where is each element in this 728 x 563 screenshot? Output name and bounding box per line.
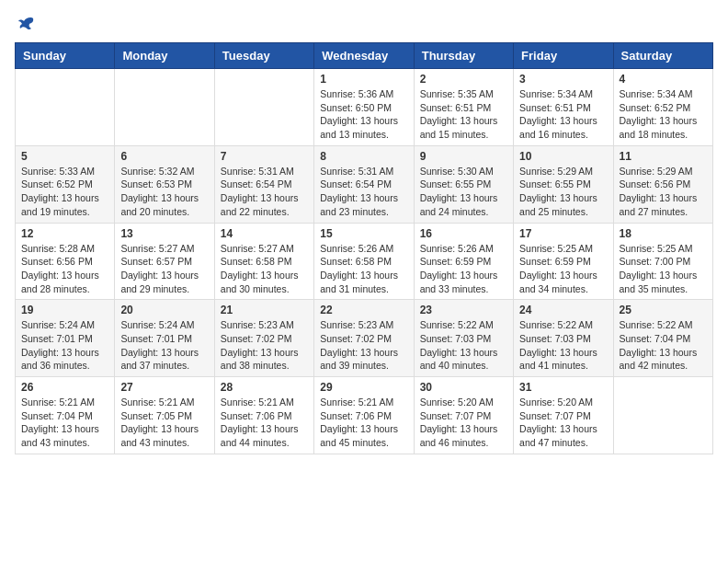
day-number: 6 <box>120 150 208 163</box>
calendar-cell: 16Sunrise: 5:26 AM Sunset: 6:59 PM Dayli… <box>414 223 513 300</box>
day-number: 3 <box>519 73 607 86</box>
day-number: 7 <box>221 150 308 163</box>
day-info: Sunrise: 5:30 AM Sunset: 6:55 PM Dayligh… <box>420 165 507 219</box>
calendar-cell: 25Sunrise: 5:22 AM Sunset: 7:04 PM Dayli… <box>613 300 712 377</box>
day-info: Sunrise: 5:21 AM Sunset: 7:05 PM Dayligh… <box>120 396 208 450</box>
week-row-1: 1Sunrise: 5:36 AM Sunset: 6:50 PM Daylig… <box>16 69 713 146</box>
day-info: Sunrise: 5:27 AM Sunset: 6:57 PM Dayligh… <box>120 242 208 296</box>
weekday-header-row: SundayMondayTuesdayWednesdayThursdayFrid… <box>16 43 713 69</box>
day-number: 2 <box>420 73 507 86</box>
day-number: 26 <box>21 381 108 394</box>
week-row-4: 19Sunrise: 5:24 AM Sunset: 7:01 PM Dayli… <box>16 300 713 377</box>
calendar-cell <box>115 69 214 146</box>
day-info: Sunrise: 5:35 AM Sunset: 6:51 PM Dayligh… <box>420 87 507 142</box>
calendar-cell: 5Sunrise: 5:33 AM Sunset: 6:52 PM Daylig… <box>16 145 115 223</box>
day-info: Sunrise: 5:21 AM Sunset: 7:06 PM Dayligh… <box>320 396 407 450</box>
day-number: 11 <box>620 150 707 163</box>
day-number: 21 <box>221 304 308 316</box>
day-number: 23 <box>420 304 507 316</box>
logo-bird-icon <box>17 15 37 35</box>
calendar-cell: 19Sunrise: 5:24 AM Sunset: 7:01 PM Dayli… <box>16 300 115 377</box>
weekday-tuesday: Tuesday <box>214 43 313 69</box>
day-info: Sunrise: 5:29 AM Sunset: 6:56 PM Dayligh… <box>620 165 707 219</box>
day-number: 20 <box>120 304 208 316</box>
day-info: Sunrise: 5:34 AM Sunset: 6:52 PM Dayligh… <box>620 87 707 142</box>
day-number: 18 <box>620 227 707 240</box>
calendar-cell: 15Sunrise: 5:26 AM Sunset: 6:58 PM Dayli… <box>314 223 414 300</box>
day-info: Sunrise: 5:25 AM Sunset: 7:00 PM Dayligh… <box>620 242 707 296</box>
calendar-cell: 10Sunrise: 5:29 AM Sunset: 6:55 PM Dayli… <box>514 145 613 223</box>
day-number: 22 <box>320 304 407 316</box>
week-row-5: 26Sunrise: 5:21 AM Sunset: 7:04 PM Dayli… <box>16 377 713 454</box>
calendar-cell: 7Sunrise: 5:31 AM Sunset: 6:54 PM Daylig… <box>214 145 313 223</box>
calendar-cell <box>613 377 712 454</box>
weekday-friday: Friday <box>514 43 613 69</box>
day-info: Sunrise: 5:22 AM Sunset: 7:03 PM Dayligh… <box>519 318 607 373</box>
logo <box>15 15 37 35</box>
calendar-cell: 23Sunrise: 5:22 AM Sunset: 7:03 PM Dayli… <box>414 300 513 377</box>
day-info: Sunrise: 5:22 AM Sunset: 7:04 PM Dayligh… <box>620 318 707 373</box>
calendar-cell: 11Sunrise: 5:29 AM Sunset: 6:56 PM Dayli… <box>613 145 712 223</box>
calendar-cell: 9Sunrise: 5:30 AM Sunset: 6:55 PM Daylig… <box>414 145 513 223</box>
day-number: 12 <box>21 227 108 240</box>
day-info: Sunrise: 5:20 AM Sunset: 7:07 PM Dayligh… <box>519 396 607 450</box>
calendar-cell: 20Sunrise: 5:24 AM Sunset: 7:01 PM Dayli… <box>115 300 214 377</box>
day-info: Sunrise: 5:36 AM Sunset: 6:50 PM Dayligh… <box>320 87 407 142</box>
day-info: Sunrise: 5:33 AM Sunset: 6:52 PM Dayligh… <box>21 165 108 219</box>
calendar-body: 1Sunrise: 5:36 AM Sunset: 6:50 PM Daylig… <box>16 69 713 454</box>
day-number: 16 <box>420 227 507 240</box>
day-info: Sunrise: 5:32 AM Sunset: 6:53 PM Dayligh… <box>120 165 208 219</box>
day-number: 24 <box>519 304 607 316</box>
day-info: Sunrise: 5:25 AM Sunset: 6:59 PM Dayligh… <box>519 242 607 296</box>
weekday-wednesday: Wednesday <box>314 43 414 69</box>
calendar-cell: 14Sunrise: 5:27 AM Sunset: 6:58 PM Dayli… <box>214 223 313 300</box>
day-number: 31 <box>519 381 607 394</box>
day-info: Sunrise: 5:31 AM Sunset: 6:54 PM Dayligh… <box>320 165 407 219</box>
calendar-cell: 17Sunrise: 5:25 AM Sunset: 6:59 PM Dayli… <box>514 223 613 300</box>
calendar-cell: 1Sunrise: 5:36 AM Sunset: 6:50 PM Daylig… <box>314 69 414 146</box>
calendar-cell: 4Sunrise: 5:34 AM Sunset: 6:52 PM Daylig… <box>613 69 712 146</box>
day-number: 5 <box>21 150 108 163</box>
day-info: Sunrise: 5:26 AM Sunset: 6:58 PM Dayligh… <box>320 242 407 296</box>
day-info: Sunrise: 5:21 AM Sunset: 7:06 PM Dayligh… <box>221 396 308 450</box>
calendar-cell: 6Sunrise: 5:32 AM Sunset: 6:53 PM Daylig… <box>115 145 214 223</box>
calendar-cell: 31Sunrise: 5:20 AM Sunset: 7:07 PM Dayli… <box>514 377 613 454</box>
day-number: 8 <box>320 150 407 163</box>
calendar-cell: 30Sunrise: 5:20 AM Sunset: 7:07 PM Dayli… <box>414 377 513 454</box>
weekday-monday: Monday <box>115 43 214 69</box>
day-info: Sunrise: 5:29 AM Sunset: 6:55 PM Dayligh… <box>519 165 607 219</box>
calendar-cell: 24Sunrise: 5:22 AM Sunset: 7:03 PM Dayli… <box>514 300 613 377</box>
calendar-table: SundayMondayTuesdayWednesdayThursdayFrid… <box>15 42 713 454</box>
day-number: 15 <box>320 227 407 240</box>
day-number: 9 <box>420 150 507 163</box>
day-number: 14 <box>221 227 308 240</box>
weekday-thursday: Thursday <box>414 43 513 69</box>
day-info: Sunrise: 5:24 AM Sunset: 7:01 PM Dayligh… <box>120 318 208 373</box>
day-info: Sunrise: 5:31 AM Sunset: 6:54 PM Dayligh… <box>221 165 308 219</box>
calendar-cell: 29Sunrise: 5:21 AM Sunset: 7:06 PM Dayli… <box>314 377 414 454</box>
calendar-cell <box>214 69 313 146</box>
day-number: 29 <box>320 381 407 394</box>
calendar-cell: 12Sunrise: 5:28 AM Sunset: 6:56 PM Dayli… <box>16 223 115 300</box>
day-info: Sunrise: 5:34 AM Sunset: 6:51 PM Dayligh… <box>519 87 607 142</box>
day-info: Sunrise: 5:23 AM Sunset: 7:02 PM Dayligh… <box>221 318 308 373</box>
calendar-cell: 13Sunrise: 5:27 AM Sunset: 6:57 PM Dayli… <box>115 223 214 300</box>
weekday-sunday: Sunday <box>16 43 115 69</box>
day-info: Sunrise: 5:28 AM Sunset: 6:56 PM Dayligh… <box>21 242 108 296</box>
day-number: 27 <box>120 381 208 394</box>
week-row-2: 5Sunrise: 5:33 AM Sunset: 6:52 PM Daylig… <box>16 145 713 223</box>
day-info: Sunrise: 5:21 AM Sunset: 7:04 PM Dayligh… <box>21 396 108 450</box>
calendar-cell: 8Sunrise: 5:31 AM Sunset: 6:54 PM Daylig… <box>314 145 414 223</box>
day-number: 25 <box>620 304 707 316</box>
day-number: 4 <box>620 73 707 86</box>
calendar-cell: 28Sunrise: 5:21 AM Sunset: 7:06 PM Dayli… <box>214 377 313 454</box>
calendar-cell: 21Sunrise: 5:23 AM Sunset: 7:02 PM Dayli… <box>214 300 313 377</box>
day-number: 30 <box>420 381 507 394</box>
calendar-cell: 27Sunrise: 5:21 AM Sunset: 7:05 PM Dayli… <box>115 377 214 454</box>
calendar-cell: 3Sunrise: 5:34 AM Sunset: 6:51 PM Daylig… <box>514 69 613 146</box>
calendar-cell: 22Sunrise: 5:23 AM Sunset: 7:02 PM Dayli… <box>314 300 414 377</box>
day-info: Sunrise: 5:24 AM Sunset: 7:01 PM Dayligh… <box>21 318 108 373</box>
day-info: Sunrise: 5:26 AM Sunset: 6:59 PM Dayligh… <box>420 242 507 296</box>
calendar-cell: 2Sunrise: 5:35 AM Sunset: 6:51 PM Daylig… <box>414 69 513 146</box>
day-number: 28 <box>221 381 308 394</box>
